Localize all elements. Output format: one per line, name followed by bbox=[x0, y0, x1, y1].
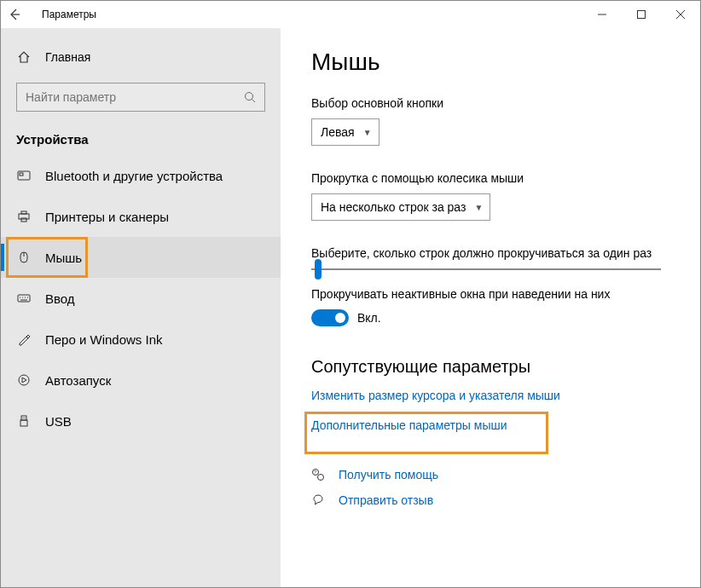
content-area: Мышь Выбор основной кнопки Левая ▼ Прокр… bbox=[281, 28, 700, 587]
sidebar: Главная Устройства Bluetooth и другие ус… bbox=[1, 28, 281, 587]
svg-rect-9 bbox=[21, 211, 26, 214]
minimize-icon bbox=[598, 10, 606, 19]
slider-track bbox=[311, 268, 661, 270]
arrow-left-icon bbox=[8, 8, 21, 21]
keyboard-icon bbox=[16, 291, 32, 305]
chevron-down-icon: ▼ bbox=[474, 203, 483, 212]
slider-thumb[interactable] bbox=[315, 259, 322, 280]
sidebar-item-autoplay[interactable]: Автозапуск bbox=[1, 360, 281, 401]
svg-rect-1 bbox=[638, 11, 646, 19]
search-icon bbox=[244, 91, 256, 103]
svg-point-25 bbox=[318, 475, 324, 481]
sidebar-item-usb[interactable]: USB bbox=[1, 401, 281, 441]
search-box[interactable] bbox=[16, 83, 265, 112]
sidebar-item-pen[interactable]: Перо и Windows Ink bbox=[1, 319, 281, 360]
sidebar-item-label: Принтеры и сканеры bbox=[45, 210, 169, 224]
home-nav-item[interactable]: Главная bbox=[1, 43, 281, 71]
category-title: Устройства bbox=[1, 112, 281, 155]
pen-icon bbox=[16, 332, 32, 346]
close-button[interactable] bbox=[661, 1, 700, 28]
sidebar-item-printer[interactable]: Принтеры и сканеры bbox=[1, 196, 281, 237]
back-button[interactable] bbox=[8, 8, 38, 21]
sidebar-item-label: Ввод bbox=[45, 291, 75, 306]
home-label: Главная bbox=[45, 50, 90, 64]
help-icon: ? bbox=[311, 468, 327, 481]
maximize-button[interactable] bbox=[622, 1, 661, 28]
feedback-icon bbox=[311, 493, 327, 507]
svg-point-19 bbox=[19, 375, 29, 385]
svg-rect-20 bbox=[21, 416, 26, 420]
sidebar-item-label: Bluetooth и другие устройства bbox=[45, 169, 223, 183]
svg-rect-21 bbox=[20, 420, 27, 426]
home-icon bbox=[16, 50, 32, 64]
sidebar-item-keyboard[interactable]: Ввод bbox=[1, 278, 281, 319]
link-additional-mouse-settings[interactable]: Дополнительные параметры мыши bbox=[311, 418, 507, 432]
window-title: Параметры bbox=[38, 9, 582, 20]
svg-rect-13 bbox=[18, 295, 30, 302]
lines-slider[interactable] bbox=[311, 268, 661, 270]
primary-button-value: Левая bbox=[321, 125, 355, 139]
close-icon bbox=[676, 10, 685, 19]
toggle-state-label: Вкл. bbox=[357, 311, 381, 325]
search-input[interactable] bbox=[26, 90, 244, 104]
sidebar-item-label: Мышь bbox=[45, 251, 82, 265]
autoplay-icon bbox=[16, 373, 32, 387]
primary-button-label: Выбор основной кнопки bbox=[311, 96, 683, 110]
page-title: Мышь bbox=[311, 49, 683, 76]
sidebar-item-label: USB bbox=[45, 414, 72, 429]
svg-text:?: ? bbox=[314, 470, 316, 475]
svg-point-4 bbox=[246, 93, 253, 101]
bluetooth-icon bbox=[16, 169, 32, 182]
primary-button-dropdown[interactable]: Левая ▼ bbox=[311, 118, 379, 146]
mouse-icon bbox=[16, 251, 32, 264]
link-feedback[interactable]: Отправить отзыв bbox=[339, 493, 433, 507]
maximize-icon bbox=[637, 10, 646, 19]
svg-line-5 bbox=[252, 100, 256, 103]
link-get-help[interactable]: Получить помощь bbox=[339, 468, 438, 481]
related-section-title: Сопутствующие параметры bbox=[311, 357, 683, 377]
sidebar-item-label: Автозапуск bbox=[45, 373, 111, 388]
scroll-wheel-value: На несколько строк за раз bbox=[321, 200, 466, 214]
link-cursor-size[interactable]: Изменить размер курсора и указателя мыши bbox=[311, 389, 683, 402]
usb-icon bbox=[16, 414, 32, 428]
chevron-down-icon: ▼ bbox=[363, 128, 372, 137]
svg-rect-7 bbox=[20, 173, 23, 176]
inactive-scroll-label: Прокручивать неактивные окна при наведен… bbox=[311, 287, 683, 301]
sidebar-item-bluetooth[interactable]: Bluetooth и другие устройства bbox=[1, 155, 281, 196]
inactive-scroll-toggle[interactable] bbox=[311, 309, 349, 326]
sidebar-item-mouse[interactable]: Мышь bbox=[1, 237, 281, 278]
scroll-wheel-label: Прокрутка с помощью колесика мыши bbox=[311, 171, 683, 185]
printer-icon bbox=[16, 210, 32, 223]
sidebar-item-label: Перо и Windows Ink bbox=[45, 332, 163, 347]
scroll-wheel-dropdown[interactable]: На несколько строк за раз ▼ bbox=[311, 193, 490, 221]
lines-label: Выберите, сколько строк должно прокручив… bbox=[311, 246, 683, 260]
minimize-button[interactable] bbox=[582, 1, 622, 28]
